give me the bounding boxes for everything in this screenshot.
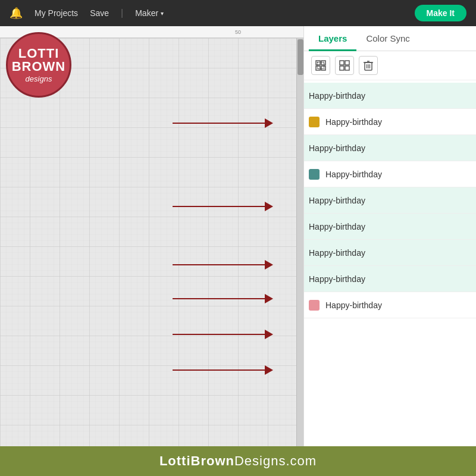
top-nav: 🔔 My Projects Save | Maker ▾ Make It xyxy=(0,0,476,26)
layer-label: Happy-birthday xyxy=(309,274,365,284)
layer-item[interactable]: Happy-birthday xyxy=(304,214,476,240)
delete-button[interactable] xyxy=(359,56,378,75)
layer-item[interactable]: Happy-birthday xyxy=(304,135,476,161)
arrow-2 xyxy=(173,202,277,211)
panel-toolbar xyxy=(304,51,476,80)
svg-rect-3 xyxy=(321,61,325,65)
svg-rect-4 xyxy=(316,66,320,70)
panel-tabs: Layers Color Sync xyxy=(304,26,476,51)
tab-color-sync[interactable]: Color Sync xyxy=(356,26,419,51)
layer-label: Happy-birthday xyxy=(325,300,382,310)
main-area: LOTTI BROWN designs 50 xyxy=(0,26,476,446)
logo-line1: LOTTI xyxy=(18,47,60,60)
tab-layers[interactable]: Layers xyxy=(309,26,356,51)
make-it-button[interactable]: Make It xyxy=(415,5,466,21)
layer-item[interactable]: Happy-birthday xyxy=(304,240,476,266)
right-panel: Layers Color Sync xyxy=(303,26,476,446)
svg-rect-7 xyxy=(340,61,344,65)
svg-rect-9 xyxy=(340,66,344,70)
arrowhead-icon xyxy=(265,330,273,339)
layer-label: Happy-birthday xyxy=(309,91,365,101)
layer-label: Happy-birthday xyxy=(325,170,382,179)
logo-badge: LOTTI BROWN designs xyxy=(6,32,71,98)
arrow-line xyxy=(173,298,265,299)
trash-icon xyxy=(364,60,373,71)
group-icon xyxy=(315,60,326,71)
arrowhead-icon xyxy=(265,260,273,270)
ungroup-icon xyxy=(339,60,350,71)
layer-color-swatch xyxy=(309,117,320,127)
svg-rect-5 xyxy=(321,66,325,70)
svg-rect-2 xyxy=(316,61,320,65)
layer-item[interactable]: Happy-birthday xyxy=(304,161,476,187)
svg-rect-6 xyxy=(318,62,324,69)
arrow-6 xyxy=(173,365,277,375)
layer-color-swatch xyxy=(309,169,320,180)
arrowhead-icon xyxy=(265,294,273,303)
ruler-mark-50: 50 xyxy=(235,29,241,35)
arrowhead-icon xyxy=(265,118,273,128)
arrow-line xyxy=(173,369,265,371)
maker-chevron-icon: ▾ xyxy=(161,10,164,17)
layer-item[interactable]: Happy-birthday xyxy=(304,83,476,109)
canvas-scrollbar[interactable] xyxy=(296,38,303,446)
my-projects-link[interactable]: My Projects xyxy=(35,8,78,18)
bell-icon[interactable]: 🔔 xyxy=(10,7,23,20)
group-button[interactable] xyxy=(311,56,330,75)
arrowhead-icon xyxy=(265,202,273,211)
canvas-area[interactable]: LOTTI BROWN designs 50 xyxy=(0,26,303,446)
maker-dropdown[interactable]: Maker ▾ xyxy=(135,8,164,18)
canvas-grid xyxy=(0,38,296,446)
layer-label: Happy-birthday xyxy=(325,117,382,127)
layer-label: Happy-birthday xyxy=(309,248,365,258)
arrow-5 xyxy=(173,330,277,339)
layer-item[interactable]: Happy-birthday xyxy=(304,266,476,292)
footer-text: LottiBrownDesigns.com xyxy=(159,453,317,469)
svg-rect-1 xyxy=(0,38,296,446)
arrow-4 xyxy=(173,294,277,303)
footer: LottiBrownDesigns.com xyxy=(0,446,476,476)
layer-item[interactable]: Happy-birthday xyxy=(304,187,476,214)
arrowhead-icon xyxy=(265,365,273,375)
arrow-line xyxy=(173,123,265,124)
arrow-line xyxy=(173,206,265,207)
layer-item[interactable]: Happy-birthday xyxy=(304,109,476,135)
svg-rect-10 xyxy=(345,66,349,70)
arrow-line xyxy=(173,264,265,265)
logo-line3: designs xyxy=(26,74,52,83)
ungroup-button[interactable] xyxy=(335,56,354,75)
arrow-line xyxy=(173,334,265,335)
layers-list[interactable]: Happy-birthday Happy-birthday Happy-birt… xyxy=(304,80,476,446)
layer-color-swatch xyxy=(309,300,320,311)
save-link[interactable]: Save xyxy=(90,8,109,18)
arrow-3 xyxy=(173,260,277,270)
layer-label: Happy-birthday xyxy=(309,143,365,153)
layer-item[interactable]: Happy-birthday xyxy=(304,292,476,318)
layer-label: Happy-birthday xyxy=(309,222,365,231)
layer-label: Happy-birthday xyxy=(309,196,365,205)
nav-separator: | xyxy=(121,8,123,18)
svg-rect-8 xyxy=(345,61,349,65)
scrollbar-thumb[interactable] xyxy=(298,39,303,75)
logo-line2: BROWN xyxy=(12,60,66,73)
arrow-1 xyxy=(173,118,277,128)
